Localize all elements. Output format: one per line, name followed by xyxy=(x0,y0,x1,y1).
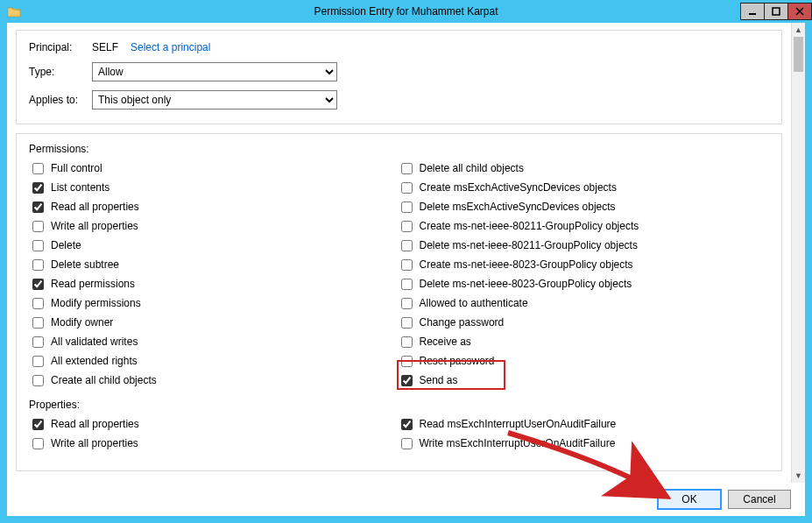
permission-checkbox-modify-owner[interactable] xyxy=(32,317,44,329)
permission-all-validated-writes[interactable]: All validated writes xyxy=(32,332,401,351)
permission-delete-ms-net-ieee-8023-grouppolicy-objects[interactable]: Delete ms-net-ieee-8023-GroupPolicy obje… xyxy=(401,274,770,293)
permission-create-ms-net-ieee-8023-grouppolicy-objects[interactable]: Create ms-net-ieee-8023-GroupPolicy obje… xyxy=(401,255,770,274)
permission-checkbox-delete-all-child-objects[interactable] xyxy=(401,163,413,174)
properties-grid: Read all propertiesWrite all properties … xyxy=(32,414,769,453)
permission-reset-password[interactable]: Reset password xyxy=(401,351,770,371)
permission-label: All validated writes xyxy=(51,336,138,348)
permission-label: All extended rights xyxy=(51,355,138,367)
permission-modify-owner[interactable]: Modify owner xyxy=(32,313,401,332)
scroll-down-button[interactable]: ▼ xyxy=(792,469,805,483)
permission-checkbox-delete-ms-net-ieee-80211-grouppolicy-objects[interactable] xyxy=(401,240,413,251)
window-controls xyxy=(741,3,812,20)
permission-modify-permissions[interactable]: Modify permissions xyxy=(32,293,401,313)
permission-label: Full control xyxy=(51,162,102,174)
permission-checkbox-change-password[interactable] xyxy=(401,317,413,329)
property-checkbox-write-all-properties[interactable] xyxy=(32,438,44,449)
permission-checkbox-modify-permissions[interactable] xyxy=(32,298,44,309)
permission-checkbox-send-as[interactable] xyxy=(401,375,413,386)
permission-checkbox-delete-ms-net-ieee-8023-grouppolicy-objects[interactable] xyxy=(401,279,413,290)
property-read-all-properties[interactable]: Read all properties xyxy=(32,414,401,434)
permission-label: Read permissions xyxy=(51,278,135,290)
permission-checkbox-create-all-child-objects[interactable] xyxy=(32,375,44,386)
permission-checkbox-write-all-properties[interactable] xyxy=(32,221,44,232)
permission-checkbox-allowed-to-authenticate[interactable] xyxy=(401,298,413,309)
permission-delete-ms-net-ieee-80211-grouppolicy-objects[interactable]: Delete ms-net-ieee-80211-GroupPolicy obj… xyxy=(401,236,770,255)
permission-change-password[interactable]: Change password xyxy=(401,313,770,332)
permission-checkbox-create-ms-net-ieee-80211-grouppolicy-objects[interactable] xyxy=(401,221,413,232)
permission-delete-msexchactivesyncdevices-objects[interactable]: Delete msExchActiveSyncDevices objects xyxy=(401,197,770,216)
principal-panel: Principal: SELF Select a principal Type:… xyxy=(16,30,782,124)
permission-label: Create msExchActiveSyncDevices objects xyxy=(420,181,617,194)
permission-all-extended-rights[interactable]: All extended rights xyxy=(32,351,401,371)
svg-rect-1 xyxy=(773,8,780,15)
permission-label: Create all child objects xyxy=(51,374,157,386)
permission-checkbox-delete[interactable] xyxy=(32,240,44,251)
close-button[interactable] xyxy=(787,3,812,20)
permission-delete-all-child-objects[interactable]: Delete all child objects xyxy=(401,159,770,178)
property-write-msexchinterruptuseronauditfailure[interactable]: Write msExchInterruptUserOnAuditFailure xyxy=(401,434,770,453)
permission-label: Delete all child objects xyxy=(420,162,524,174)
cancel-button[interactable]: Cancel xyxy=(728,490,791,509)
permissions-header: Permissions: xyxy=(29,143,769,155)
property-label: Write all properties xyxy=(51,437,138,449)
permission-label: Create ms-net-ieee-8023-GroupPolicy obje… xyxy=(420,258,633,271)
permission-checkbox-all-extended-rights[interactable] xyxy=(32,356,44,367)
permissions-left-column: Full controlList contentsRead all proper… xyxy=(32,159,401,390)
properties-left-column: Read all propertiesWrite all properties xyxy=(32,414,401,453)
permission-checkbox-delete-subtree[interactable] xyxy=(32,259,44,271)
principal-label: Principal: xyxy=(29,41,92,53)
permission-create-msexchactivesyncdevices-objects[interactable]: Create msExchActiveSyncDevices objects xyxy=(401,178,770,197)
vertical-scrollbar[interactable]: ▲ ▼ xyxy=(791,23,805,483)
permission-checkbox-delete-msexchactivesyncdevices-objects[interactable] xyxy=(401,201,413,213)
property-write-all-properties[interactable]: Write all properties xyxy=(32,434,401,453)
permission-create-all-child-objects[interactable]: Create all child objects xyxy=(32,371,401,390)
permission-checkbox-create-ms-net-ieee-8023-grouppolicy-objects[interactable] xyxy=(401,259,413,271)
permission-label: Create ms-net-ieee-80211-GroupPolicy obj… xyxy=(420,220,639,232)
permission-checkbox-receive-as[interactable] xyxy=(401,336,413,348)
permission-delete-subtree[interactable]: Delete subtree xyxy=(32,255,401,274)
permission-label: Delete ms-net-ieee-80211-GroupPolicy obj… xyxy=(420,239,638,251)
permission-checkbox-create-msexchactivesyncdevices-objects[interactable] xyxy=(401,182,413,194)
permission-read-all-properties[interactable]: Read all properties xyxy=(32,197,401,216)
permission-write-all-properties[interactable]: Write all properties xyxy=(32,216,401,236)
applies-label: Applies to: xyxy=(29,94,92,106)
select-principal-link[interactable]: Select a principal xyxy=(131,41,210,53)
applies-row: Applies to: This object only xyxy=(29,90,769,110)
scroll-track[interactable] xyxy=(792,37,805,469)
permission-label: List contents xyxy=(51,181,109,194)
permission-checkbox-read-permissions[interactable] xyxy=(32,279,44,290)
scroll-thumb[interactable] xyxy=(794,37,803,72)
type-select[interactable]: Allow xyxy=(92,62,337,81)
permission-checkbox-all-validated-writes[interactable] xyxy=(32,336,44,348)
property-checkbox-read-all-properties[interactable] xyxy=(32,419,44,430)
permission-label: Reset password xyxy=(420,355,495,367)
scroll-up-button[interactable]: ▲ xyxy=(792,23,805,37)
permission-list-contents[interactable]: List contents xyxy=(32,178,401,197)
property-read-msexchinterruptuseronauditfailure[interactable]: Read msExchInterruptUserOnAuditFailure xyxy=(401,414,770,434)
permission-create-ms-net-ieee-80211-grouppolicy-objects[interactable]: Create ms-net-ieee-80211-GroupPolicy obj… xyxy=(401,216,770,236)
permission-label: Delete ms-net-ieee-8023-GroupPolicy obje… xyxy=(420,278,632,290)
minimize-button[interactable] xyxy=(740,3,765,20)
permission-read-permissions[interactable]: Read permissions xyxy=(32,274,401,293)
permission-checkbox-list-contents[interactable] xyxy=(32,182,44,194)
permission-receive-as[interactable]: Receive as xyxy=(401,332,770,351)
permission-allowed-to-authenticate[interactable]: Allowed to authenticate xyxy=(401,293,770,313)
permission-checkbox-full-control[interactable] xyxy=(32,163,44,174)
properties-header: Properties: xyxy=(29,399,769,411)
maximize-button[interactable] xyxy=(764,3,788,20)
folder-icon xyxy=(4,1,25,22)
permission-checkbox-reset-password[interactable] xyxy=(401,356,413,367)
property-label: Read msExchInterruptUserOnAuditFailure xyxy=(420,418,617,430)
permission-label: Modify permissions xyxy=(51,297,141,309)
permission-full-control[interactable]: Full control xyxy=(32,159,401,178)
ok-button[interactable]: OK xyxy=(658,490,721,509)
property-checkbox-read-msexchinterruptuseronauditfailure[interactable] xyxy=(401,419,413,430)
type-label: Type: xyxy=(29,66,92,78)
permission-send-as[interactable]: Send as xyxy=(401,371,770,390)
permission-delete[interactable]: Delete xyxy=(32,236,401,255)
property-checkbox-write-msexchinterruptuseronauditfailure[interactable] xyxy=(401,438,413,449)
permission-checkbox-read-all-properties[interactable] xyxy=(32,201,44,213)
applies-select[interactable]: This object only xyxy=(92,90,337,110)
title-bar: Permission Entry for Muhammet Karpat xyxy=(0,0,812,23)
permission-label: Write all properties xyxy=(51,220,138,232)
